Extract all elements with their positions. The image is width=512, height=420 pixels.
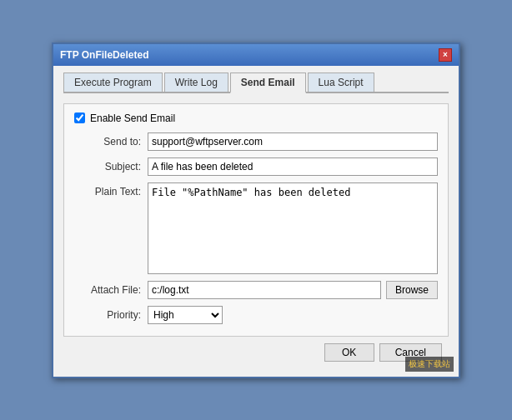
tab-execute-program[interactable]: Execute Program	[63, 72, 163, 92]
dialog-content: Execute Program Write Log Send Email Lua…	[53, 66, 459, 377]
enable-checkbox[interactable]	[74, 112, 85, 123]
subject-input[interactable]	[148, 158, 438, 176]
subject-row: Subject:	[74, 158, 438, 176]
enable-row: Enable Send Email	[74, 112, 438, 124]
priority-row: Priority: High Normal Low	[74, 306, 438, 324]
tab-lua-script[interactable]: Lua Script	[308, 72, 374, 92]
send-to-input[interactable]	[148, 132, 438, 151]
title-bar: FTP OnFileDeleted ×	[53, 44, 459, 66]
ok-button[interactable]: OK	[324, 343, 374, 362]
dialog: FTP OnFileDeleted × Execute Program Writ…	[52, 42, 460, 378]
subject-label: Subject:	[74, 161, 141, 172]
tab-write-log[interactable]: Write Log	[164, 72, 228, 92]
form-area: Enable Send Email Send to: Subject: Plai…	[63, 103, 449, 337]
attach-file-input[interactable]	[148, 281, 381, 299]
tab-bar: Execute Program Write Log Send Email Lua…	[63, 72, 449, 93]
dialog-title: FTP OnFileDeleted	[60, 49, 148, 61]
dialog-buttons: OK Cancel	[63, 337, 449, 367]
send-to-row: Send to:	[74, 132, 438, 151]
plaintext-label: Plain Text:	[74, 182, 141, 198]
close-button[interactable]: ×	[439, 48, 452, 62]
plaintext-row: Plain Text: File "%PathName" has been de…	[74, 182, 438, 274]
send-to-label: Send to:	[74, 136, 141, 148]
enable-label: Enable Send Email	[90, 112, 175, 124]
attach-file-label: Attach File:	[74, 284, 141, 296]
plaintext-textarea[interactable]: File "%PathName" has been deleted	[148, 182, 438, 274]
browse-button[interactable]: Browse	[386, 281, 438, 299]
priority-label: Priority:	[74, 309, 141, 321]
tab-send-email[interactable]: Send Email	[230, 72, 306, 93]
attach-row: Attach File: Browse	[74, 281, 438, 299]
watermark: 极速下载站	[405, 357, 454, 372]
priority-select[interactable]: High Normal Low	[148, 306, 223, 324]
